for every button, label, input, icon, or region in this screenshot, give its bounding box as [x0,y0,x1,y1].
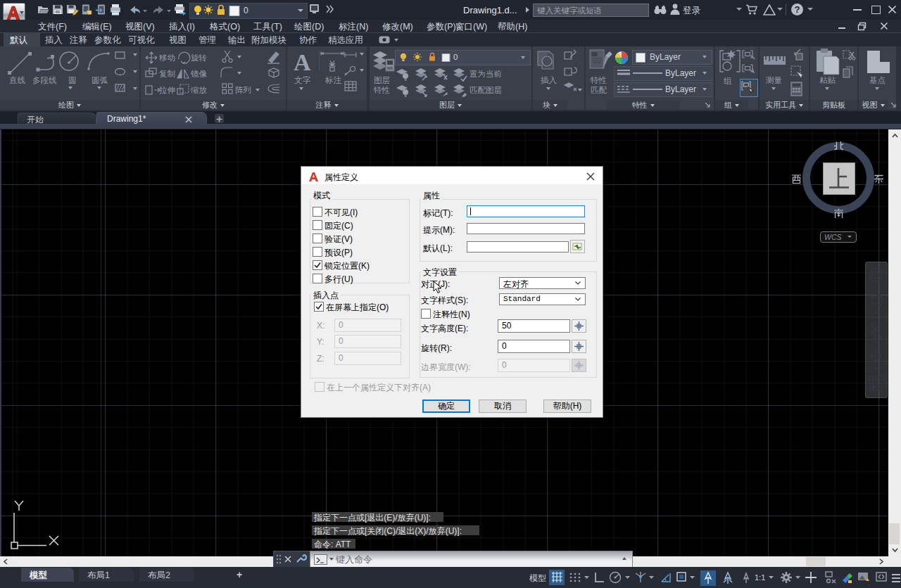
svg-text:1:1: 1:1 [755,573,765,582]
